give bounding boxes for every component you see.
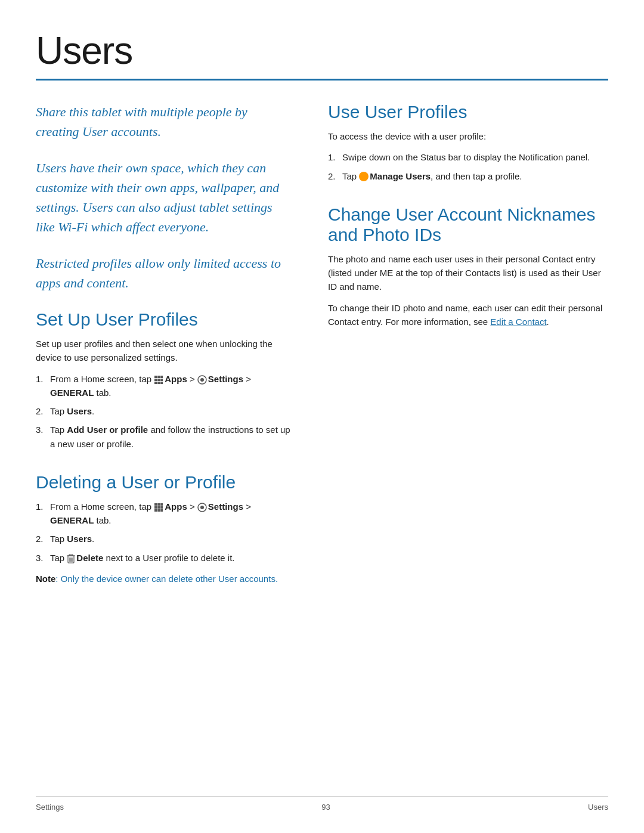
- list-number: 2.: [36, 404, 44, 418]
- svg-rect-6: [154, 382, 157, 384]
- change-account-body2: To change their ID photo and name, each …: [328, 301, 608, 329]
- list-number: 2.: [328, 169, 336, 183]
- svg-rect-19: [160, 509, 163, 512]
- svg-rect-15: [157, 506, 160, 509]
- svg-rect-11: [154, 503, 157, 506]
- set-up-profiles-list: 1. From a Home screen, tap Apps >: [36, 372, 292, 451]
- title-divider: [36, 79, 608, 80]
- svg-rect-8: [160, 382, 163, 384]
- footer-left: Settings: [36, 803, 64, 812]
- svg-rect-16: [160, 506, 163, 509]
- intro-text-3: Restricted profiles allow only limited a…: [36, 253, 292, 293]
- right-column: Use User Profiles To access the device w…: [328, 102, 608, 586]
- list-number: 2.: [36, 532, 44, 546]
- list-item: 1. From a Home screen, tap Apps >: [36, 500, 292, 528]
- list-number: 1.: [36, 500, 44, 513]
- use-profiles-body: To access the device with a user profile…: [328, 129, 608, 143]
- set-up-profiles-heading: Set Up User Profiles: [36, 309, 292, 330]
- svg-rect-1: [157, 376, 160, 378]
- svg-rect-18: [157, 509, 160, 512]
- deleting-heading: Deleting a User or Profile: [36, 472, 292, 493]
- list-item: 3. Tap Delete next to a User profile to …: [36, 551, 292, 565]
- footer-center: 93: [321, 803, 330, 812]
- list-item: 2. Tap Manage Users, and then tap a prof…: [328, 169, 608, 183]
- apps-icon: [154, 374, 163, 384]
- svg-rect-17: [154, 509, 157, 512]
- footer-right: Users: [588, 803, 608, 812]
- svg-rect-12: [157, 503, 160, 506]
- general-label-2: GENERAL: [50, 515, 94, 525]
- delete-label: Delete: [76, 553, 103, 563]
- settings-icon-2: [197, 502, 207, 512]
- change-account-heading: Change User Account Nicknames and Photo …: [328, 205, 608, 245]
- page-footer: Settings 93 Users: [36, 796, 608, 812]
- list-number: 3.: [36, 551, 44, 565]
- list-number: 1.: [328, 150, 336, 164]
- main-content: Share this tablet with multiple people b…: [36, 102, 608, 586]
- svg-rect-13: [160, 503, 163, 506]
- settings-icon: [197, 374, 207, 384]
- page-title: Users: [36, 29, 608, 73]
- svg-point-10: [200, 378, 204, 382]
- note-body: : Only the device owner can delete other…: [55, 574, 278, 584]
- set-up-profiles-body: Set up user profiles and then select one…: [36, 337, 292, 365]
- manage-users-label: Manage Users: [370, 171, 431, 181]
- list-item: 1. Swipe down on the Status bar to displ…: [328, 150, 608, 164]
- svg-rect-5: [160, 379, 163, 381]
- intro-text-2: Users have their own space, which they c…: [36, 158, 292, 237]
- intro-text-1: Share this tablet with multiple people b…: [36, 102, 292, 141]
- apps-label-2: Apps: [165, 501, 187, 512]
- use-profiles-heading: Use User Profiles: [328, 102, 608, 122]
- svg-rect-27: [69, 555, 73, 556]
- note-text: Note: Only the device owner can delete o…: [36, 572, 292, 586]
- note-label: Note: [36, 574, 55, 584]
- list-item: 2. Tap Users.: [36, 404, 292, 418]
- svg-rect-0: [154, 376, 157, 378]
- users-label: Users: [67, 406, 92, 416]
- deleting-list: 1. From a Home screen, tap Apps >: [36, 500, 292, 565]
- svg-rect-3: [154, 379, 157, 381]
- list-item: 1. From a Home screen, tap Apps >: [36, 372, 292, 400]
- settings-label: Settings: [208, 374, 243, 384]
- general-label: GENERAL: [50, 388, 94, 398]
- delete-icon: [67, 553, 75, 563]
- manage-users-icon: [359, 172, 369, 181]
- settings-label-2: Settings: [208, 501, 243, 512]
- left-column: Share this tablet with multiple people b…: [36, 102, 292, 586]
- change-account-body2-prefix: To change their ID photo and name, each …: [328, 303, 602, 327]
- list-item: 3. Tap Add User or profile and follow th…: [36, 423, 292, 451]
- list-number: 1.: [36, 372, 44, 386]
- users-label-2: Users: [67, 534, 92, 544]
- svg-rect-2: [160, 376, 163, 378]
- list-number: 3.: [36, 423, 44, 436]
- use-profiles-list: 1. Swipe down on the Status bar to displ…: [328, 150, 608, 183]
- svg-rect-14: [154, 506, 157, 509]
- apps-icon-2: [154, 502, 163, 512]
- edit-contact-link[interactable]: Edit a Contact: [490, 317, 546, 327]
- svg-rect-4: [157, 379, 160, 381]
- apps-label: Apps: [165, 374, 187, 384]
- svg-point-21: [200, 506, 204, 509]
- change-account-body2-suffix: .: [547, 317, 549, 327]
- svg-rect-7: [157, 382, 160, 384]
- change-account-body1: The photo and name each user uses in the…: [328, 252, 608, 294]
- add-user-label: Add User or profile: [67, 425, 148, 435]
- list-item: 2. Tap Users.: [36, 532, 292, 546]
